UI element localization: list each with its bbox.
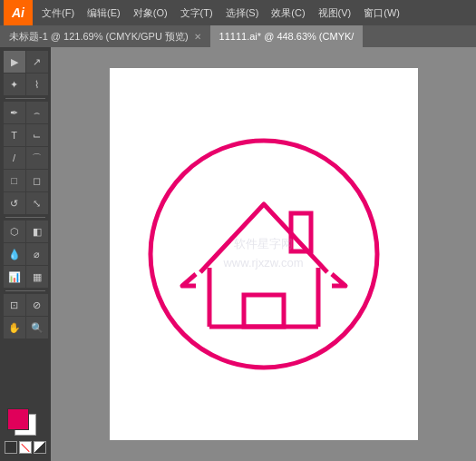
eyedropper-tool[interactable]: 💧 <box>4 243 25 265</box>
rectangle-tool[interactable]: □ <box>4 170 25 191</box>
lasso-tool[interactable]: ⌇ <box>26 74 48 95</box>
menu-bar: 文件(F) 编辑(E) 对象(O) 文字(T) 选择(S) 效果(C) 视图(V… <box>36 5 405 22</box>
blend-tool[interactable]: ⌀ <box>26 243 48 265</box>
selection-tool[interactable]: ▶ <box>4 51 25 73</box>
magic-wand-tool[interactable]: ✦ <box>4 74 25 95</box>
artwork-svg <box>137 127 391 381</box>
pen-tool[interactable]: ✒ <box>4 102 25 123</box>
title-bar: Ai 文件(F) 编辑(E) 对象(O) 文字(T) 选择(S) 效果(C) 视… <box>0 0 476 25</box>
tab-close-btn[interactable]: ✕ <box>194 32 201 42</box>
canvas-area: 软件星字网 www.rjxzw.com <box>51 47 476 461</box>
menu-window[interactable]: 窗口(W) <box>358 5 405 22</box>
menu-select[interactable]: 选择(S) <box>220 5 265 22</box>
paintbucket-tool[interactable]: ⬡ <box>4 221 25 242</box>
default-colors-icon[interactable] <box>5 441 17 454</box>
svg-rect-4 <box>244 295 284 327</box>
graph-tool[interactable]: 📊 <box>4 266 25 288</box>
menu-effect[interactable]: 效果(C) <box>266 5 310 22</box>
menu-edit[interactable]: 编辑(E) <box>82 5 126 22</box>
scale-tool[interactable]: ⤡ <box>26 192 48 214</box>
svg-point-0 <box>151 141 377 368</box>
menu-view[interactable]: 视图(V) <box>313 5 357 22</box>
eraser-tool[interactable]: ◻ <box>26 170 48 191</box>
tool-divider-1 <box>5 98 45 99</box>
menu-object[interactable]: 对象(O) <box>128 5 173 22</box>
color-mode-icons <box>5 441 46 454</box>
line-tool[interactable]: / <box>4 147 25 169</box>
canvas: 软件星字网 www.rjxzw.com <box>110 68 418 440</box>
main-area: ▶ ↗ ✦ ⌇ ✒ ⌢ T ⌙ / ⌒ □ ◻ ↺ ⤡ ⬡ <box>0 47 476 461</box>
swap-colors-icon[interactable] <box>34 441 46 454</box>
app-logo: Ai <box>4 0 33 25</box>
none-color-icon[interactable] <box>19 441 32 454</box>
tab-untitled[interactable]: 未标题-1 @ 121.69% (CMYK/GPU 预览) ✕ <box>0 25 210 47</box>
direct-selection-tool[interactable]: ↗ <box>26 51 48 73</box>
color-swatches[interactable] <box>5 407 45 439</box>
tab-11111[interactable]: 11111.ai* @ 448.63% (CMYK/ <box>210 25 364 47</box>
tool-divider-3 <box>5 290 45 291</box>
type-tool[interactable]: T <box>4 124 25 146</box>
curvature-tool[interactable]: ⌢ <box>26 102 48 123</box>
gradient-tool[interactable]: ◧ <box>26 221 48 242</box>
foreground-color-swatch[interactable] <box>7 408 29 430</box>
tool-divider-2 <box>5 217 45 218</box>
artboard-tool[interactable]: ⊡ <box>4 294 25 316</box>
menu-file[interactable]: 文件(F) <box>36 5 80 22</box>
menu-type[interactable]: 文字(T) <box>175 5 219 22</box>
toolbox: ▶ ↗ ✦ ⌇ ✒ ⌢ T ⌙ / ⌒ □ ◻ ↺ ⤡ ⬡ <box>0 47 51 461</box>
tab-bar: 未标题-1 @ 121.69% (CMYK/GPU 预览) ✕ 11111.ai… <box>0 25 476 47</box>
type-on-path-tool[interactable]: ⌙ <box>26 124 48 146</box>
rotate-tool[interactable]: ↺ <box>4 192 25 214</box>
bar-graph-tool[interactable]: ▦ <box>26 266 48 288</box>
zoom-tool[interactable]: 🔍 <box>26 317 48 338</box>
color-area <box>0 403 51 457</box>
arc-tool[interactable]: ⌒ <box>26 147 48 169</box>
slice-tool[interactable]: ⊘ <box>26 294 48 316</box>
hand-tool[interactable]: ✋ <box>4 317 25 338</box>
